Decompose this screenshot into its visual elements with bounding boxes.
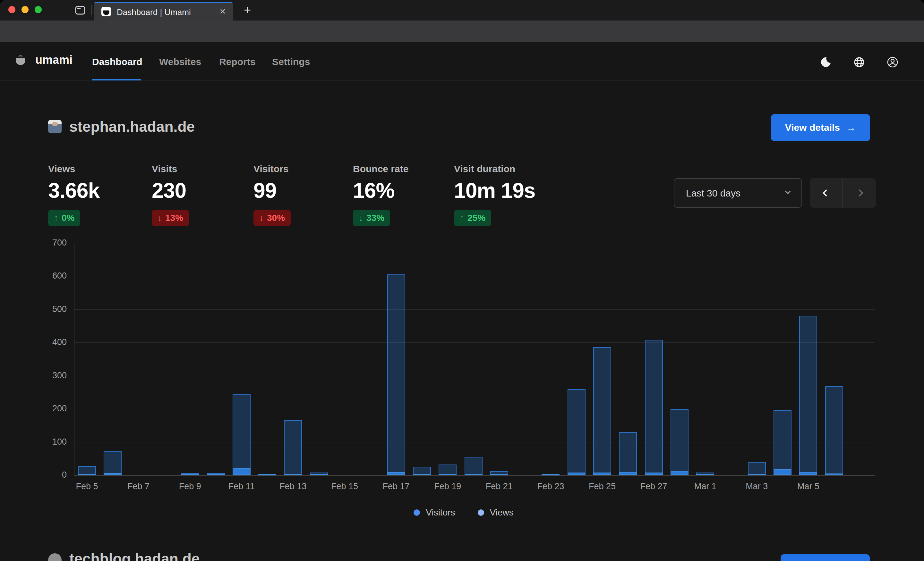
y-axis-tick: 400 xyxy=(44,337,67,347)
nav-settings[interactable]: Settings xyxy=(272,57,310,67)
arrow-right-icon: → xyxy=(846,122,856,133)
metric-value: 10m 19s xyxy=(454,178,536,203)
views-bar xyxy=(181,473,199,475)
views-bar xyxy=(232,394,250,475)
views-dot-icon xyxy=(478,509,484,516)
next-period-button[interactable] xyxy=(843,178,876,208)
visitors-bar xyxy=(619,472,637,475)
views-bar xyxy=(542,474,560,476)
visitors-bar xyxy=(670,471,688,475)
window-close-button[interactable] xyxy=(8,6,15,13)
visitors-bar xyxy=(593,473,611,475)
metric-label: Visits xyxy=(152,163,189,174)
brand-name: umami xyxy=(35,53,72,67)
tab-close-icon[interactable]: × xyxy=(217,6,228,17)
visitors-bar xyxy=(258,474,276,476)
profile-button[interactable] xyxy=(884,54,901,70)
gridline xyxy=(74,475,874,476)
x-axis-tick: Feb 15 xyxy=(322,482,367,491)
x-axis-tick: Mar 5 xyxy=(786,482,831,491)
nav-reports[interactable]: Reports xyxy=(219,57,255,67)
metric-change-badge: ↑ 0% xyxy=(48,209,80,226)
tab-title: Dashboard | Umami xyxy=(117,7,191,17)
visitors-bar xyxy=(542,474,560,476)
views-bar xyxy=(465,457,483,475)
visitors-bar xyxy=(207,474,225,475)
views-bar xyxy=(593,347,611,475)
chevron-down-icon xyxy=(785,188,790,194)
bar-chart: 0100200300400500600700Feb 5Feb 7Feb 9Feb… xyxy=(48,239,879,498)
nav-dashboard[interactable]: Dashboard xyxy=(92,57,142,67)
prev-period-button[interactable] xyxy=(810,178,843,208)
chart-legend: Visitors Views xyxy=(48,507,879,518)
views-bar xyxy=(490,471,508,475)
firefox-view-icon xyxy=(75,5,86,15)
visitors-bar xyxy=(825,473,843,475)
visitors-bar xyxy=(465,474,483,475)
profile-icon xyxy=(887,57,898,68)
views-bar xyxy=(567,389,585,475)
legend-views[interactable]: Views xyxy=(478,507,514,518)
y-axis-tick: 0 xyxy=(44,470,67,480)
visitors-bar xyxy=(748,474,766,475)
visitors-bar xyxy=(490,474,508,475)
views-bar xyxy=(774,410,792,475)
view-details-label: View details xyxy=(785,122,840,133)
new-tab-button[interactable]: + xyxy=(240,4,255,16)
visitors-bar xyxy=(696,474,714,475)
date-range-dropdown[interactable]: Last 30 days xyxy=(674,178,802,208)
views-bar xyxy=(387,274,405,475)
visitors-bar xyxy=(78,474,96,475)
active-nav-indicator xyxy=(92,79,141,81)
views-bar xyxy=(258,474,276,476)
visitors-bar xyxy=(439,474,456,475)
metric-label: Views xyxy=(48,163,99,174)
moon-icon xyxy=(820,57,832,68)
second-site-favicon xyxy=(48,553,62,561)
views-bar xyxy=(284,420,302,475)
views-bar xyxy=(413,467,431,475)
views-bar xyxy=(825,386,843,475)
gridline xyxy=(74,409,874,409)
second-site-view-details-button[interactable] xyxy=(781,554,870,561)
window-minimize-button[interactable] xyxy=(21,6,28,13)
visitors-bar xyxy=(104,473,122,475)
visitors-bar xyxy=(232,468,250,475)
visitors-bar xyxy=(567,473,585,475)
umami-brand[interactable]: umami xyxy=(14,53,72,67)
chevron-left-icon xyxy=(823,190,830,197)
globe-icon xyxy=(854,57,865,68)
y-axis-line xyxy=(74,243,74,475)
visitors-bar xyxy=(413,474,431,475)
views-bar xyxy=(748,462,766,475)
gridline xyxy=(74,309,874,310)
app-header: umami Dashboard Websites Reports Setting… xyxy=(0,42,924,81)
views-bar xyxy=(207,473,225,475)
x-axis-tick: Feb 17 xyxy=(374,482,418,491)
legend-visitors[interactable]: Visitors xyxy=(414,507,455,518)
theme-toggle-button[interactable] xyxy=(818,54,834,70)
visitors-bar xyxy=(181,474,199,475)
views-bar xyxy=(670,409,688,475)
y-axis-tick: 600 xyxy=(44,271,67,281)
view-details-button[interactable]: View details → xyxy=(771,114,870,141)
metric-bounce-rate: Bounce rate 16% ↓ 33% xyxy=(353,163,408,226)
firefox-view-button[interactable] xyxy=(73,4,87,16)
views-bar xyxy=(310,473,328,475)
metric-label: Visitors xyxy=(254,163,291,174)
umami-favicon xyxy=(101,7,111,16)
website-header-row: stephan.hadan.de View details → xyxy=(48,114,876,142)
x-axis-tick: Mar 1 xyxy=(683,482,728,491)
browser-toolbar: ← → xyxy=(0,21,924,42)
window-zoom-button[interactable] xyxy=(34,6,42,13)
x-axis-tick: Feb 19 xyxy=(425,482,470,491)
x-axis-tick: Feb 13 xyxy=(270,482,315,491)
nav-websites[interactable]: Websites xyxy=(159,57,201,67)
y-axis-tick: 700 xyxy=(44,238,67,248)
views-bar xyxy=(104,451,122,475)
views-bar xyxy=(799,316,817,475)
tab-dashboard-umami[interactable]: Dashboard | Umami × xyxy=(94,2,233,21)
language-button[interactable] xyxy=(851,54,867,70)
x-axis-tick: Feb 11 xyxy=(219,482,264,491)
x-axis-tick: Feb 21 xyxy=(477,482,522,491)
